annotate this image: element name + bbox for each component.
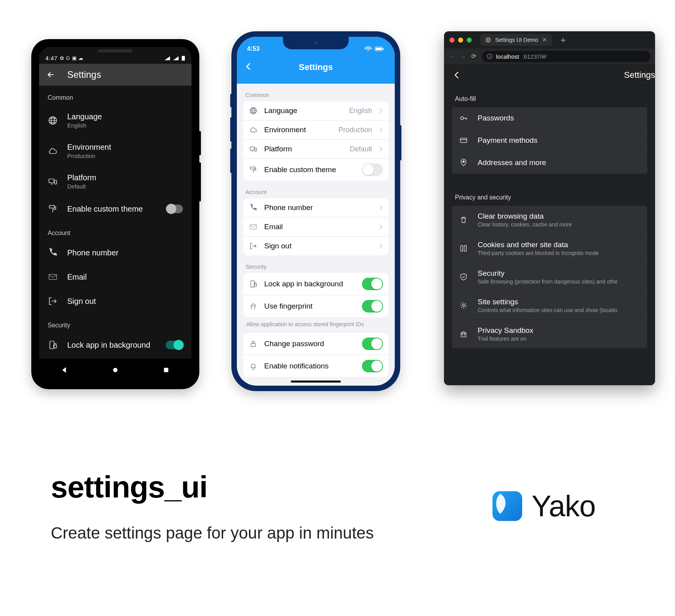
- row-signout[interactable]: Sign out: [243, 237, 389, 255]
- row-theme[interactable]: Enable custom theme: [243, 159, 389, 181]
- row-passwords[interactable]: Passwords: [452, 107, 647, 129]
- url-path: :61237/#/: [522, 53, 547, 60]
- phone-icon: [48, 248, 58, 258]
- toggle-theme[interactable]: [362, 163, 383, 176]
- row-phone[interactable]: Phone number: [39, 241, 192, 265]
- android-phone-mock: 4:47 ✿ G ▣ ☁ Settings Common Language En…: [31, 39, 199, 389]
- row-phone[interactable]: Phone number: [243, 198, 389, 217]
- svg-rect-15: [182, 56, 185, 61]
- ios-home-indicator[interactable]: [291, 381, 341, 383]
- row-platform[interactable]: Platform Default: [243, 140, 389, 159]
- row-email[interactable]: Email: [39, 265, 192, 289]
- address-bar[interactable]: localhost:61237/#/: [482, 51, 650, 62]
- android-appbar: Settings: [39, 64, 192, 86]
- android-status-right: [164, 56, 185, 61]
- ios-status-time: 4:53: [247, 45, 260, 52]
- maximize-window-icon[interactable]: [467, 38, 472, 43]
- android-nav-recents[interactable]: [162, 366, 170, 374]
- row-platform[interactable]: Platform Default: [39, 166, 192, 197]
- ios-title: Settings: [299, 62, 333, 72]
- card-common: Language English Environment Production …: [243, 101, 389, 181]
- row-fingerprint[interactable]: Use fingerprint: [243, 295, 389, 317]
- browser-reload-icon[interactable]: ⟳: [471, 53, 476, 60]
- section-header-account: Account: [39, 221, 192, 241]
- svg-point-17: [113, 368, 118, 372]
- ios-notch: [283, 37, 349, 49]
- android-nav-back[interactable]: [60, 366, 69, 374]
- back-icon[interactable]: [243, 61, 254, 72]
- brand-badge: Yako: [492, 489, 596, 523]
- svg-rect-21: [376, 48, 382, 50]
- browser-tab[interactable]: Settings UI Demo ✕: [480, 34, 552, 46]
- fingerprint-icon: [249, 302, 258, 311]
- row-security[interactable]: Security Safe Browsing (protection from …: [452, 263, 647, 291]
- row-theme[interactable]: Enable custom theme: [39, 197, 192, 221]
- paint-icon: [48, 204, 58, 214]
- row-clear-browsing-data[interactable]: Clear browsing data Clear history, cooki…: [452, 206, 647, 234]
- section-header-security: Security: [39, 313, 192, 333]
- toggle-theme[interactable]: [166, 205, 183, 213]
- back-icon[interactable]: [452, 70, 462, 80]
- chevron-right-icon: [378, 242, 383, 250]
- row-addresses[interactable]: Addresses and more: [452, 152, 647, 174]
- window-controls[interactable]: [449, 38, 472, 43]
- paint-icon: [249, 165, 258, 174]
- trash-icon: [459, 215, 468, 224]
- section-header-security: Security: [237, 255, 395, 273]
- url-host: localhost: [496, 53, 519, 60]
- card-privacy: Clear browsing data Clear history, cooki…: [452, 206, 647, 348]
- card-account: Phone number Email Sign out: [243, 198, 389, 255]
- row-site-settings[interactable]: Site settings Controls what information …: [452, 291, 647, 320]
- row-language[interactable]: Language English: [243, 101, 389, 120]
- info-icon: [487, 53, 493, 59]
- row-language[interactable]: Language English: [39, 105, 192, 136]
- toggle-change-password[interactable]: [362, 338, 383, 350]
- row-signout[interactable]: Sign out: [39, 289, 192, 313]
- mail-icon: [249, 222, 258, 232]
- android-screen: 4:47 ✿ G ▣ ☁ Settings Common Language En…: [39, 47, 192, 381]
- row-email[interactable]: Email: [243, 217, 389, 237]
- toggle-fingerprint[interactable]: [362, 300, 383, 312]
- toggle-lock-app[interactable]: [362, 278, 383, 290]
- lock-app-icon: [48, 340, 58, 350]
- svg-rect-22: [383, 48, 384, 50]
- package-subtitle: Create settings page for your app in min…: [51, 524, 618, 542]
- card-security-1: Lock app in background Use fingerprint: [243, 273, 389, 317]
- ios-phone-mock: 4:53 Settings Common Language English: [231, 31, 400, 391]
- key-icon: [459, 113, 468, 123]
- chevron-right-icon: [378, 204, 383, 211]
- minimize-window-icon[interactable]: [458, 38, 463, 43]
- web-body: Auto-fill Passwords Payment methods Addr…: [444, 86, 655, 385]
- new-tab-button[interactable]: ＋: [556, 34, 571, 46]
- row-cookies[interactable]: Cookies and other site data Third-party …: [452, 234, 647, 263]
- brand-name: Yako: [532, 489, 596, 523]
- row-environment[interactable]: Environment Production: [243, 120, 389, 140]
- cloud-icon: [249, 125, 258, 135]
- row-payment[interactable]: Payment methods: [452, 129, 647, 152]
- android-title: Settings: [67, 69, 101, 80]
- card-autofill: Passwords Payment methods Addresses and …: [452, 107, 647, 174]
- row-lock-app[interactable]: Lock app in background: [39, 333, 192, 357]
- svg-rect-18: [164, 368, 168, 372]
- section-header-common: Common: [39, 86, 192, 105]
- browser-back-icon[interactable]: ←: [449, 53, 455, 60]
- row-privacy-sandbox[interactable]: Privacy Sandbox Trial features are on: [452, 320, 647, 348]
- close-window-icon[interactable]: [449, 38, 455, 43]
- signout-icon: [249, 241, 258, 251]
- row-notifications[interactable]: Enable notifications: [243, 355, 389, 377]
- web-browser-mock: Settings UI Demo ✕ ＋ ← → ⟳ localhost:612…: [444, 31, 655, 385]
- close-tab-icon[interactable]: ✕: [542, 36, 547, 43]
- gear-icon: [459, 301, 468, 310]
- ios-screen: 4:53 Settings Common Language English: [237, 37, 395, 386]
- row-environment[interactable]: Environment Production: [39, 136, 192, 166]
- web-appbar: Settings: [444, 64, 655, 86]
- toggle-lock-app[interactable]: [166, 341, 183, 349]
- status-icons: ✿ G ▣ ☁: [60, 55, 83, 61]
- yako-logo-icon: [492, 491, 522, 521]
- browser-forward-icon[interactable]: →: [460, 53, 466, 60]
- toggle-notifications[interactable]: [362, 360, 383, 372]
- row-lock-app[interactable]: Lock app in background: [243, 273, 389, 295]
- android-nav-home[interactable]: [111, 366, 120, 374]
- row-change-password[interactable]: Change password: [243, 333, 389, 355]
- back-icon[interactable]: [46, 70, 56, 79]
